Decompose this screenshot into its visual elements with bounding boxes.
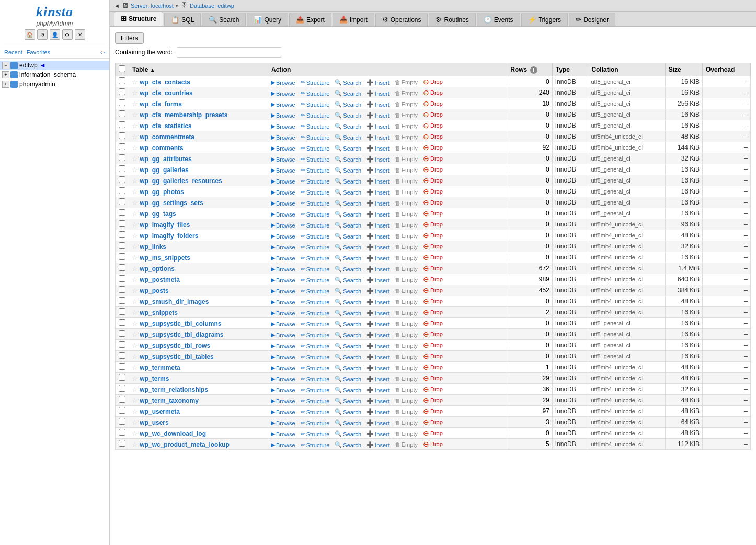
- table-name-link-5[interactable]: wp_commentmeta: [140, 133, 194, 141]
- browse-link-30[interactable]: ▶ Browse: [271, 408, 295, 415]
- home-icon[interactable]: 🏠: [25, 29, 35, 40]
- row-select-17[interactable]: [119, 264, 125, 271]
- browse-link-27[interactable]: ▶ Browse: [271, 376, 295, 382]
- favorites-link[interactable]: Favorites: [27, 49, 50, 56]
- empty-link-14[interactable]: 🗑 Empty: [395, 233, 418, 239]
- row-select-0[interactable]: [119, 77, 125, 84]
- star-icon-26[interactable]: ☆: [132, 364, 138, 371]
- drop-link-5[interactable]: ⊖ Drop: [423, 132, 443, 141]
- structure-link-6[interactable]: ✏ Structure: [301, 145, 330, 152]
- browse-link-31[interactable]: ▶ Browse: [271, 419, 295, 426]
- row-select-31[interactable]: [119, 418, 125, 425]
- expand-editwp[interactable]: −: [2, 62, 9, 69]
- tab-triggers[interactable]: ⚡Triggers: [521, 13, 568, 26]
- structure-link-16[interactable]: ✏ Structure: [301, 255, 330, 262]
- table-name-link-4[interactable]: wp_cfs_statistics: [140, 122, 191, 130]
- table-name-link-11[interactable]: wp_gg_settings_sets: [140, 199, 203, 207]
- drop-link-7[interactable]: ⊖ Drop: [423, 154, 443, 163]
- star-icon-15[interactable]: ☆: [132, 243, 138, 251]
- drop-link-26[interactable]: ⊖ Drop: [423, 363, 443, 371]
- row-select-26[interactable]: [119, 363, 125, 370]
- row-select-21[interactable]: [119, 308, 125, 315]
- search-link-0[interactable]: 🔍 Search: [335, 79, 361, 86]
- user-icon[interactable]: 👤: [50, 29, 60, 40]
- structure-link-28[interactable]: ✏ Structure: [301, 387, 330, 393]
- table-name-link-12[interactable]: wp_gg_tags: [140, 210, 176, 218]
- row-select-28[interactable]: [119, 385, 125, 392]
- insert-link-28[interactable]: ➕ Insert: [366, 387, 390, 393]
- table-name-link-29[interactable]: wp_term_taxonomy: [140, 397, 199, 404]
- drop-link-8[interactable]: ⊖ Drop: [423, 165, 443, 174]
- table-name-link-2[interactable]: wp_cfs_forms: [140, 100, 182, 108]
- structure-link-3[interactable]: ✏ Structure: [301, 112, 330, 119]
- empty-link-16[interactable]: 🗑 Empty: [395, 255, 418, 261]
- table-name-link-0[interactable]: wp_cfs_contacts: [140, 78, 190, 86]
- empty-link-15[interactable]: 🗑 Empty: [395, 244, 418, 250]
- insert-link-0[interactable]: ➕ Insert: [366, 79, 390, 86]
- empty-link-2[interactable]: 🗑 Empty: [395, 101, 418, 107]
- insert-link-27[interactable]: ➕ Insert: [366, 376, 390, 382]
- empty-link-4[interactable]: 🗑 Empty: [395, 123, 418, 129]
- insert-link-20[interactable]: ➕ Insert: [366, 299, 390, 305]
- drop-link-31[interactable]: ⊖ Drop: [423, 418, 443, 426]
- structure-link-15[interactable]: ✏ Structure: [301, 244, 330, 251]
- star-icon-33[interactable]: ☆: [132, 440, 138, 448]
- star-icon-4[interactable]: ☆: [132, 122, 138, 130]
- table-name-link-23[interactable]: wp_supsystic_tbl_diagrams: [140, 331, 223, 338]
- structure-link-30[interactable]: ✏ Structure: [301, 408, 330, 415]
- select-all-checkbox[interactable]: [119, 65, 125, 72]
- star-icon-7[interactable]: ☆: [132, 155, 138, 163]
- empty-link-27[interactable]: 🗑 Empty: [395, 376, 418, 382]
- structure-link-13[interactable]: ✏ Structure: [301, 222, 330, 229]
- browse-link-15[interactable]: ▶ Browse: [271, 244, 295, 251]
- tree-item-information-schema[interactable]: + information_schema: [0, 70, 109, 80]
- tab-operations[interactable]: ⚙Operations: [375, 13, 428, 26]
- drop-link-29[interactable]: ⊖ Drop: [423, 396, 443, 404]
- browse-link-17[interactable]: ▶ Browse: [271, 266, 295, 272]
- browse-link-26[interactable]: ▶ Browse: [271, 365, 295, 371]
- empty-link-18[interactable]: 🗑 Empty: [395, 277, 418, 283]
- star-icon-11[interactable]: ☆: [132, 199, 138, 207]
- structure-link-23[interactable]: ✏ Structure: [301, 332, 330, 338]
- browse-link-2[interactable]: ▶ Browse: [271, 101, 295, 108]
- row-select-20[interactable]: [119, 297, 125, 304]
- drop-link-33[interactable]: ⊖ Drop: [423, 440, 443, 448]
- drop-link-20[interactable]: ⊖ Drop: [423, 297, 443, 305]
- star-icon-19[interactable]: ☆: [132, 287, 138, 294]
- row-select-16[interactable]: [119, 253, 125, 260]
- row-select-5[interactable]: [119, 132, 125, 139]
- empty-link-32[interactable]: 🗑 Empty: [395, 430, 418, 437]
- structure-link-29[interactable]: ✏ Structure: [301, 398, 330, 404]
- browse-link-4[interactable]: ▶ Browse: [271, 123, 295, 130]
- browse-link-16[interactable]: ▶ Browse: [271, 255, 295, 262]
- browse-link-0[interactable]: ▶ Browse: [271, 79, 295, 86]
- search-link-11[interactable]: 🔍 Search: [335, 200, 361, 207]
- drop-link-15[interactable]: ⊖ Drop: [423, 242, 443, 251]
- row-select-6[interactable]: [119, 143, 125, 150]
- star-icon-30[interactable]: ☆: [132, 407, 138, 415]
- row-select-25[interactable]: [119, 352, 125, 359]
- row-select-23[interactable]: [119, 330, 125, 337]
- structure-link-20[interactable]: ✏ Structure: [301, 299, 330, 305]
- insert-link-21[interactable]: ➕ Insert: [366, 310, 390, 316]
- expand-information-schema[interactable]: +: [2, 71, 9, 78]
- structure-link-1[interactable]: ✏ Structure: [301, 90, 330, 97]
- structure-link-24[interactable]: ✏ Structure: [301, 343, 330, 349]
- table-name-link-7[interactable]: wp_gg_attributes: [140, 155, 191, 163]
- drop-link-19[interactable]: ⊖ Drop: [423, 286, 443, 294]
- header-table[interactable]: Table ▲: [129, 63, 268, 76]
- star-icon-24[interactable]: ☆: [132, 342, 138, 349]
- structure-link-18[interactable]: ✏ Structure: [301, 277, 330, 283]
- drop-link-25[interactable]: ⊖ Drop: [423, 352, 443, 360]
- search-link-4[interactable]: 🔍 Search: [335, 123, 361, 130]
- star-icon-2[interactable]: ☆: [132, 100, 138, 108]
- structure-link-33[interactable]: ✏ Structure: [301, 441, 330, 448]
- drop-link-11[interactable]: ⊖ Drop: [423, 198, 443, 207]
- row-select-1[interactable]: [119, 88, 125, 95]
- empty-link-9[interactable]: 🗑 Empty: [395, 178, 418, 184]
- tab-export[interactable]: 📤Export: [289, 13, 331, 26]
- row-select-11[interactable]: [119, 198, 125, 205]
- empty-link-31[interactable]: 🗑 Empty: [395, 419, 418, 426]
- insert-link-17[interactable]: ➕ Insert: [366, 266, 390, 272]
- browse-link-11[interactable]: ▶ Browse: [271, 200, 295, 207]
